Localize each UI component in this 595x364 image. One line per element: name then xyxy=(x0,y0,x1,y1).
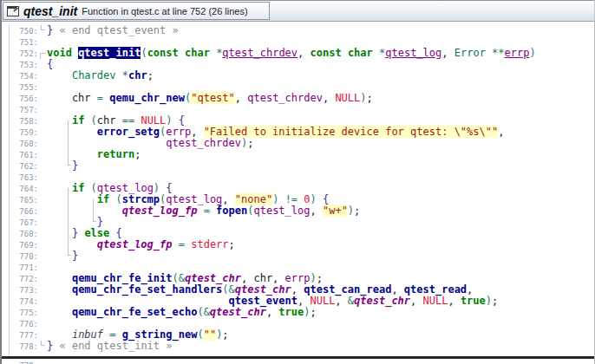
token: const xyxy=(147,47,179,59)
selected-symbol-highlight: qtest_init xyxy=(78,47,141,59)
symbol-header[interactable]: qtest_init Function in qtest.c at line 7… xyxy=(3,2,270,20)
token: , xyxy=(291,283,304,296)
token xyxy=(47,137,166,149)
code-line[interactable]: 752:void qtest_init(const char *qtest_ch… xyxy=(2,48,594,59)
token: } xyxy=(72,159,78,172)
pane-bottom-border xyxy=(2,356,594,359)
token: qtest_chrdev xyxy=(247,92,323,104)
token: qtest_log_fp xyxy=(97,238,173,250)
token: if xyxy=(72,182,84,194)
token: ( xyxy=(141,47,147,59)
token: } xyxy=(97,216,103,228)
token: { xyxy=(47,58,53,70)
token: stderr xyxy=(191,238,228,250)
symbol-description: Function in qtest.c at line 752 (26 line… xyxy=(82,6,247,16)
token: { xyxy=(323,193,329,205)
code-text: void qtest_init(const char *qtest_chrdev… xyxy=(47,48,536,59)
code-line[interactable]: 756: chr = qemu_chr_new("qtest", qtest_c… xyxy=(2,93,594,104)
token: qtest_chr xyxy=(185,272,241,284)
token: , xyxy=(311,205,323,217)
token: { xyxy=(116,227,122,239)
token: { xyxy=(179,114,185,127)
token: ; xyxy=(147,69,154,81)
line-number: 770: xyxy=(2,252,38,261)
code-text: qemu_chr_fe_set_echo(&qtest_chr, true); xyxy=(47,307,317,318)
token: return xyxy=(97,148,134,160)
token xyxy=(115,69,121,81)
token: , xyxy=(498,126,504,138)
token: (& xyxy=(197,306,209,318)
token: qtest_log xyxy=(97,182,154,194)
token: errp xyxy=(166,126,191,138)
token: Error xyxy=(454,47,486,59)
token: if xyxy=(72,114,84,127)
token: ; xyxy=(247,137,253,149)
code-line[interactable]: 761: return; xyxy=(2,149,594,160)
token: = xyxy=(97,92,103,104)
token: char xyxy=(348,47,373,59)
line-number: 764: xyxy=(2,185,38,193)
token: chr xyxy=(97,114,122,127)
token: ) xyxy=(348,205,354,217)
token: & xyxy=(348,295,354,307)
token xyxy=(47,114,72,127)
code-area[interactable]: 750:} « end qtest_event »751:752:void qt… xyxy=(2,25,594,352)
token xyxy=(116,328,122,341)
code-line[interactable]: 754: Chardev *chr; xyxy=(2,70,594,81)
token xyxy=(47,328,72,341)
token: error_setg xyxy=(97,126,160,138)
line-number: 760: xyxy=(2,140,38,148)
token: , xyxy=(235,92,247,104)
line-number: 768: xyxy=(2,230,38,238)
token: ) xyxy=(310,272,316,284)
code-line[interactable]: 762: } xyxy=(2,160,594,172)
token: NULL xyxy=(141,114,166,127)
line-number: 761: xyxy=(2,151,38,159)
token: = xyxy=(179,238,185,250)
token xyxy=(109,227,115,239)
token: == xyxy=(122,114,134,127)
token: qtest_log_fp xyxy=(122,205,198,217)
code-line[interactable]: 769: qtest_log_fp = stderr; xyxy=(2,239,594,250)
token: * xyxy=(122,69,128,81)
token xyxy=(47,126,97,138)
line-number: 758: xyxy=(2,117,38,126)
token xyxy=(47,295,229,307)
token: qtest_chr xyxy=(354,295,410,307)
token: qtest_event xyxy=(229,295,298,307)
context-bar: qtest_init Function in qtest.c at line 7… xyxy=(2,0,594,22)
line-number: 766: xyxy=(2,207,38,216)
line-number: 767: xyxy=(2,218,38,227)
token: qtest_chrdev xyxy=(222,47,298,59)
token xyxy=(278,193,284,205)
code-line[interactable]: 775: qemu_chr_fe_set_echo(&qtest_chr, tr… xyxy=(2,307,594,318)
token xyxy=(47,227,72,239)
line-number: 769: xyxy=(2,241,38,250)
code-line[interactable]: 778:} « end qtest_init » xyxy=(2,341,594,352)
token: , xyxy=(410,295,422,307)
token xyxy=(197,205,203,217)
token: ; xyxy=(229,238,235,250)
token xyxy=(84,114,90,127)
token: « end qtest_event » xyxy=(53,24,179,36)
token: , xyxy=(448,295,460,307)
token: qtest_log xyxy=(385,47,441,59)
token: , xyxy=(222,193,234,205)
token: , xyxy=(266,306,278,318)
code-text: } « end qtest_event » xyxy=(47,25,179,36)
token: 0 xyxy=(304,193,310,205)
token: NULL xyxy=(423,295,448,307)
code-line[interactable]: 750:} « end qtest_event » xyxy=(2,25,594,36)
token: } xyxy=(72,250,78,262)
line-number: 778: xyxy=(2,342,38,351)
token: , xyxy=(191,126,203,138)
token: , xyxy=(298,295,310,307)
code-line[interactable]: 770: } xyxy=(2,250,594,262)
token: "qtest" xyxy=(191,92,235,104)
line-number: 751: xyxy=(2,38,38,47)
token: , xyxy=(298,47,310,59)
token: ; xyxy=(222,328,228,341)
token: , chr, xyxy=(241,272,285,284)
token: void xyxy=(47,47,72,59)
line-number: 771: xyxy=(2,263,38,272)
